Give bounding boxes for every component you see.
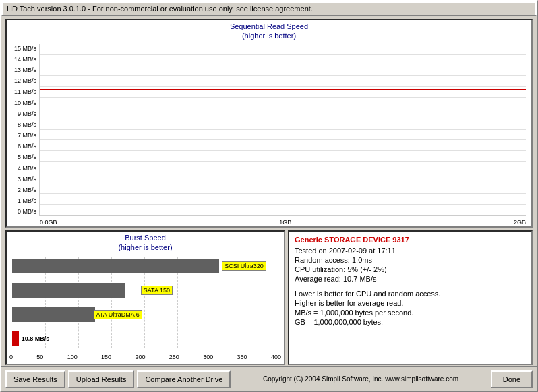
y-axis: 15 MB/s 14 MB/s 13 MB/s 12 MB/s 11 MB/s … — [7, 44, 39, 226]
bar-sata: SATA 150 — [12, 281, 230, 300]
sequential-chart-title: Sequential Read Speed (higher is better) — [7, 20, 531, 41]
info-note-0: Lower is better for CPU and random acces… — [295, 290, 526, 298]
bar-ata: ATA UltraDMA 6 — [12, 305, 230, 324]
device-title: Generic STORAGE DEVICE 9317 — [295, 236, 526, 244]
chart-plot: 0.0GB 1GB 2GB — [39, 44, 526, 216]
sequential-chart: Sequential Read Speed (higher is better)… — [5, 19, 533, 228]
info-note-1: Higher is better for average read. — [295, 299, 526, 307]
burst-chart-title: Burst Speed (higher is better) — [7, 232, 284, 253]
copyright-text: Copyright (C) 2004 Simpli Software, Inc.… — [233, 375, 487, 383]
info-line-2: CPU utilization: 5% (+/- 2%) — [295, 265, 526, 273]
info-line-0: Tested on 2007-02-09 at 17:11 — [295, 247, 526, 255]
title-bar: HD Tach version 3.0.1.0 - For non-commer… — [1, 1, 537, 16]
info-line-3: Average read: 10.7 MB/s — [295, 275, 526, 283]
info-panel: Generic STORAGE DEVICE 9317 Tested on 20… — [288, 230, 533, 365]
burst-x-labels: 0 50 100 150 200 250 300 350 400 — [7, 354, 284, 360]
bar-scsi: SCSI Ultra320 — [12, 257, 230, 275]
info-note-3: GB = 1,000,000,000 bytes. — [295, 318, 526, 326]
x-axis-labels: 0.0GB 1GB 2GB — [40, 219, 526, 226]
bottom-section: Burst Speed (higher is better) SCSI Ultr… — [5, 230, 533, 365]
done-button[interactable]: Done — [491, 370, 533, 388]
title-text: HD Tach version 3.0.1.0 - For non-commer… — [7, 5, 313, 13]
bar-device: 10.8 MB/s — [12, 329, 230, 348]
compare-drive-button[interactable]: Compare Another Drive — [137, 370, 231, 388]
info-line-1: Random access: 1.0ms — [295, 256, 526, 264]
info-note-2: MB/s = 1,000,000 bytes per second. — [295, 308, 526, 317]
upload-results-button[interactable]: Upload Results — [68, 370, 135, 388]
toolbar: Save Results Upload Results Compare Anot… — [1, 366, 537, 391]
main-window: HD Tach version 3.0.1.0 - For non-commer… — [0, 0, 538, 392]
save-results-button[interactable]: Save Results — [5, 370, 65, 388]
burst-chart: Burst Speed (higher is better) SCSI Ultr… — [5, 230, 285, 365]
